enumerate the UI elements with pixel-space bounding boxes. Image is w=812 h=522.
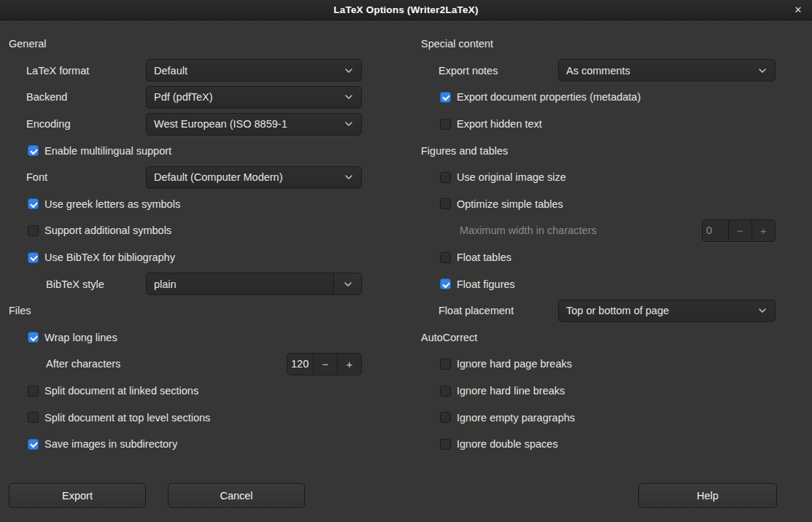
float-tables-label: Float tables xyxy=(457,252,511,263)
bibtex-checkbox[interactable] xyxy=(28,252,39,263)
cancel-button[interactable]: Cancel xyxy=(168,483,305,508)
section-header: AutoCorrect xyxy=(421,332,477,343)
max-width-label: Maximum width in characters xyxy=(460,225,597,236)
split-linked-checkbox[interactable] xyxy=(28,386,39,397)
row-font: Font Default (Computer Modern) xyxy=(9,164,391,191)
backend-value: Pdf (pdfTeX) xyxy=(154,91,341,103)
original-size-label: Use original image size xyxy=(457,171,566,183)
row-ignore-empty-paragraphs: Ignore empty paragraphs xyxy=(421,404,784,431)
encoding-value: West European (ISO 8859-1 xyxy=(154,118,341,130)
backend-dropdown[interactable]: Pdf (pdfTeX) xyxy=(146,86,362,109)
row-ignore-line-breaks: Ignore hard line breaks xyxy=(421,378,784,405)
metadata-checkbox[interactable] xyxy=(440,92,451,103)
chevron-down-icon xyxy=(344,174,353,180)
ignore-double-spaces-checkbox[interactable] xyxy=(440,439,451,450)
row-max-width: Maximum width in characters 0 − + xyxy=(421,217,784,244)
bibtex-label: Use BibTeX for bibliography xyxy=(45,252,175,263)
font-value: Default (Computer Modern) xyxy=(154,171,341,183)
float-placement-label: Float placement xyxy=(438,305,514,316)
optimize-tables-checkbox[interactable] xyxy=(440,198,451,209)
bibtex-style-combobox[interactable]: plain xyxy=(146,273,362,295)
after-characters-value[interactable]: 120 xyxy=(287,354,313,375)
additional-symbols-checkbox[interactable] xyxy=(28,225,39,236)
row-latex-format: LaTeX format Default xyxy=(9,58,391,85)
export-button[interactable]: Export xyxy=(9,483,146,508)
chevron-down-icon xyxy=(344,68,353,74)
optimize-tables-label: Optimize simple tables xyxy=(457,198,563,210)
plus-button[interactable]: + xyxy=(337,354,361,375)
wrap-lines-checkbox[interactable] xyxy=(28,332,39,343)
row-optimize-tables: Optimize simple tables xyxy=(421,191,784,218)
ignore-empty-paragraphs-label: Ignore empty paragraphs xyxy=(457,412,575,424)
export-notes-label: Export notes xyxy=(438,65,498,77)
latex-format-label: LaTeX format xyxy=(26,65,89,77)
latex-format-dropdown[interactable]: Default xyxy=(146,59,362,82)
wrap-lines-label: Wrap long lines xyxy=(45,332,117,343)
row-after-characters: After characters 120 − + xyxy=(9,351,391,378)
hidden-text-label: Export hidden text xyxy=(457,118,542,130)
greek-letters-checkbox[interactable] xyxy=(28,198,39,209)
float-figures-label: Float figures xyxy=(457,278,515,290)
hidden-text-checkbox[interactable] xyxy=(440,119,451,130)
row-additional-symbols: Support additional symbols xyxy=(9,217,391,244)
float-placement-value: Top or bottom of page xyxy=(566,305,755,316)
row-ignore-page-breaks: Ignore hard page breaks xyxy=(421,351,784,378)
row-bibtex: Use BibTeX for bibliography xyxy=(9,244,391,271)
ignore-line-breaks-checkbox[interactable] xyxy=(440,386,451,397)
close-icon[interactable]: ✕ xyxy=(790,0,806,19)
max-width-spinner: 0 − + xyxy=(702,219,776,242)
font-dropdown[interactable]: Default (Computer Modern) xyxy=(146,166,362,189)
float-figures-checkbox[interactable] xyxy=(440,278,451,289)
ignore-line-breaks-label: Ignore hard line breaks xyxy=(457,385,565,397)
bibtex-style-value: plain xyxy=(147,278,333,290)
encoding-dropdown[interactable]: West European (ISO 8859-1 xyxy=(146,113,362,136)
section-header: General xyxy=(9,38,47,50)
ignore-page-breaks-checkbox[interactable] xyxy=(440,359,451,370)
minus-button[interactable]: − xyxy=(313,354,337,375)
row-wrap-lines: Wrap long lines xyxy=(9,324,391,351)
titlebar: LaTeX Options (Writer2LaTeX) ✕ xyxy=(0,0,812,20)
left-column: General LaTeX format Default Backend Pdf… xyxy=(9,31,391,458)
section-header: Figures and tables xyxy=(421,145,508,157)
multilingual-label: Enable multilingual support xyxy=(45,145,171,157)
section-figures-tables: Figures and tables xyxy=(421,137,784,164)
float-placement-dropdown[interactable]: Top or bottom of page xyxy=(558,300,776,322)
export-notes-dropdown[interactable]: As comments xyxy=(558,59,776,82)
ignore-double-spaces-label: Ignore double spaces xyxy=(457,438,558,450)
backend-label: Backend xyxy=(26,91,67,103)
window-title: LaTeX Options (Writer2LaTeX) xyxy=(333,4,478,15)
float-tables-checkbox[interactable] xyxy=(440,252,451,263)
max-width-value: 0 xyxy=(703,220,728,241)
after-characters-label: After characters xyxy=(46,358,120,370)
row-float-tables: Float tables xyxy=(421,244,784,271)
chevron-down-icon xyxy=(758,308,767,313)
greek-letters-label: Use greek letters as symbols xyxy=(45,198,180,210)
row-split-linked: Split document at linked sections xyxy=(9,378,391,405)
row-export-notes: Export notes As comments xyxy=(421,58,784,85)
section-files: Files xyxy=(9,297,391,324)
additional-symbols-label: Support additional symbols xyxy=(45,225,171,236)
bibtex-style-label: BibTeX style xyxy=(46,278,104,290)
bibtex-style-dropdown-button[interactable] xyxy=(333,273,361,295)
save-images-label: Save images in subdirectory xyxy=(45,438,177,450)
plus-button: + xyxy=(751,220,775,241)
row-hidden-text: Export hidden text xyxy=(421,111,784,138)
ignore-empty-paragraphs-checkbox[interactable] xyxy=(440,412,451,423)
row-original-size: Use original image size xyxy=(421,164,784,191)
ignore-page-breaks-label: Ignore hard page breaks xyxy=(457,358,572,370)
chevron-down-icon xyxy=(344,281,352,287)
save-images-checkbox[interactable] xyxy=(28,439,39,450)
row-metadata: Export document properties (metadata) xyxy=(421,84,784,111)
section-autocorrect: AutoCorrect xyxy=(421,324,784,351)
original-size-checkbox[interactable] xyxy=(440,172,451,183)
split-top-checkbox[interactable] xyxy=(28,412,39,423)
chevron-down-icon xyxy=(344,94,353,100)
multilingual-checkbox[interactable] xyxy=(28,145,39,156)
latex-format-value: Default xyxy=(154,65,341,77)
row-backend: Backend Pdf (pdfTeX) xyxy=(9,84,391,111)
right-column: Special content Export notes As comments… xyxy=(421,31,784,458)
help-button[interactable]: Help xyxy=(638,483,777,508)
row-save-images: Save images in subdirectory xyxy=(9,431,391,458)
font-label: Font xyxy=(26,171,47,183)
section-general: General xyxy=(9,31,391,58)
